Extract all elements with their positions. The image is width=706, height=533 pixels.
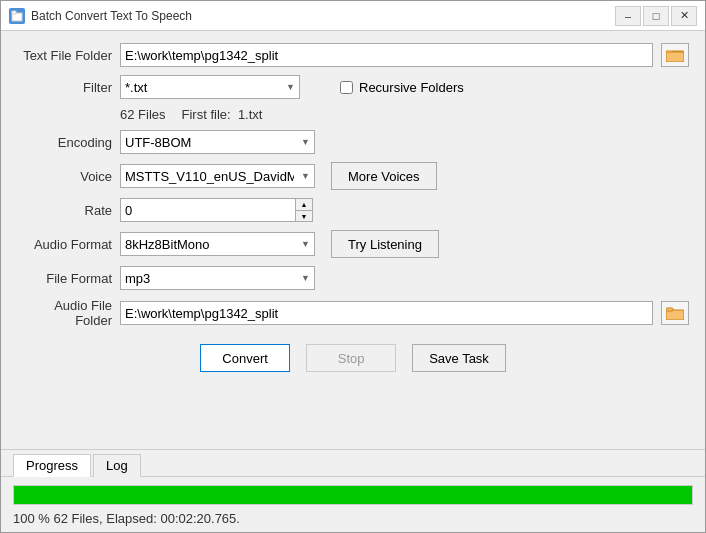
- svg-rect-5: [666, 52, 684, 62]
- first-file-value: 1.txt: [238, 107, 263, 122]
- tab-log[interactable]: Log: [93, 454, 141, 477]
- rate-label: Rate: [17, 203, 112, 218]
- files-count: 62 Files: [120, 107, 166, 122]
- filter-select[interactable]: *.txt: [120, 75, 300, 99]
- filter-row: Filter *.txt Recursive Folders: [17, 75, 689, 99]
- more-voices-button[interactable]: More Voices: [331, 162, 437, 190]
- voice-select[interactable]: MSTTS_V110_enUS_DavidM: [120, 164, 315, 188]
- encoding-label: Encoding: [17, 135, 112, 150]
- text-file-folder-label: Text File Folder: [17, 48, 112, 63]
- rate-down-button[interactable]: ▼: [295, 210, 313, 222]
- svg-rect-1: [12, 11, 16, 14]
- encoding-row: Encoding UTF-8BOM: [17, 130, 689, 154]
- convert-button[interactable]: Convert: [200, 344, 290, 372]
- main-content: Text File Folder Filter *.txt: [1, 31, 705, 449]
- voice-label: Voice: [17, 169, 112, 184]
- title-bar: Batch Convert Text To Speech – □ ✕: [1, 1, 705, 31]
- recursive-label: Recursive Folders: [359, 80, 464, 95]
- first-file-info: First file: 1.txt: [182, 107, 263, 122]
- audio-format-select[interactable]: 8kHz8BitMono: [120, 232, 315, 256]
- audio-format-select-wrapper: 8kHz8BitMono: [120, 232, 315, 256]
- app-icon: [9, 8, 25, 24]
- tab-progress[interactable]: Progress: [13, 454, 91, 477]
- audio-file-folder-row: Audio File Folder: [17, 298, 689, 328]
- close-button[interactable]: ✕: [671, 6, 697, 26]
- folder-icon-2: [666, 306, 684, 320]
- try-listening-button[interactable]: Try Listening: [331, 230, 439, 258]
- text-file-folder-input[interactable]: [120, 43, 653, 67]
- audio-folder-browse-button[interactable]: [661, 301, 689, 325]
- recursive-checkbox-row: Recursive Folders: [340, 80, 464, 95]
- progress-area: 100 % 62 Files, Elapsed: 00:02:20.765.: [1, 477, 705, 532]
- first-file-label: First file:: [182, 107, 231, 122]
- main-window: Batch Convert Text To Speech – □ ✕ Text …: [0, 0, 706, 533]
- bottom-section: Progress Log 100 % 62 Files, Elapsed: 00…: [1, 449, 705, 532]
- save-task-button[interactable]: Save Task: [412, 344, 506, 372]
- file-format-select[interactable]: mp3: [120, 266, 315, 290]
- file-format-row: File Format mp3: [17, 266, 689, 290]
- minimize-button[interactable]: –: [615, 6, 641, 26]
- window-title: Batch Convert Text To Speech: [31, 9, 615, 23]
- file-format-label: File Format: [17, 271, 112, 286]
- folder-icon: [666, 48, 684, 62]
- rate-input-group: ▲ ▼: [120, 198, 313, 222]
- rate-input[interactable]: [120, 198, 295, 222]
- progress-bar-fill: [14, 486, 692, 504]
- svg-rect-7: [666, 308, 673, 311]
- audio-format-row: Audio Format 8kHz8BitMono Try Listening: [17, 230, 689, 258]
- encoding-select[interactable]: UTF-8BOM: [120, 130, 315, 154]
- voice-select-wrapper: MSTTS_V110_enUS_DavidM: [120, 164, 315, 188]
- audio-file-folder-label: Audio File Folder: [17, 298, 112, 328]
- progress-bar-container: [13, 485, 693, 505]
- filter-select-wrapper: *.txt: [120, 75, 300, 99]
- audio-format-label: Audio Format: [17, 237, 112, 252]
- rate-row: Rate ▲ ▼: [17, 198, 689, 222]
- audio-file-folder-input[interactable]: [120, 301, 653, 325]
- stop-button: Stop: [306, 344, 396, 372]
- voice-row: Voice MSTTS_V110_enUS_DavidM More Voices: [17, 162, 689, 190]
- text-file-folder-row: Text File Folder: [17, 43, 689, 67]
- recursive-checkbox[interactable]: [340, 81, 353, 94]
- filter-label: Filter: [17, 80, 112, 95]
- files-info-row: 62 Files First file: 1.txt: [17, 107, 689, 122]
- window-controls: – □ ✕: [615, 6, 697, 26]
- file-format-select-wrapper: mp3: [120, 266, 315, 290]
- encoding-select-wrapper: UTF-8BOM: [120, 130, 315, 154]
- maximize-button[interactable]: □: [643, 6, 669, 26]
- text-folder-browse-button[interactable]: [661, 43, 689, 67]
- tabs-row: Progress Log: [1, 450, 705, 477]
- progress-status-text: 100 % 62 Files, Elapsed: 00:02:20.765.: [13, 511, 693, 526]
- action-buttons-row: Convert Stop Save Task: [17, 344, 689, 372]
- rate-spinners: ▲ ▼: [295, 198, 313, 222]
- rate-up-button[interactable]: ▲: [295, 198, 313, 210]
